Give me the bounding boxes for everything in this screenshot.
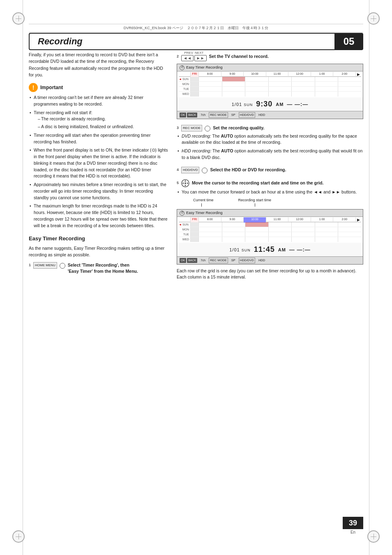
cell-3	[245, 77, 268, 81]
cells-wed-2	[190, 237, 361, 242]
footer-ok-cancel: OK BACK	[180, 113, 197, 118]
timer-date-1: 1/01 SUN	[232, 101, 253, 108]
col2-12: 12:00	[288, 217, 311, 223]
next-arrow-btn[interactable]: ►►	[194, 55, 207, 61]
cells-sun-1	[190, 77, 361, 81]
bullet-4: When the front panel display is set to O…	[30, 147, 168, 180]
step-1-button	[60, 263, 65, 269]
important-header: ! Important	[29, 83, 168, 92]
corner-top-right	[367, 12, 380, 25]
left-border-line	[23, 0, 23, 555]
step-4-button	[202, 168, 208, 173]
footer-recmode-2: REC MODE	[209, 258, 228, 263]
timer-grid-header-1: FRI 8:00 9:00 10:00 11:00 12:00 1:00 2:0…	[179, 72, 361, 77]
grid-row-sun-1: ◄SUN	[179, 77, 361, 82]
sub-bullet-1: The recorder is already recording.	[38, 116, 168, 122]
step-3-number: 3	[177, 125, 179, 131]
important-title: Important	[40, 84, 63, 91]
timer-ampm-1: AM	[276, 101, 284, 108]
ok-btn-2[interactable]: OK	[180, 258, 186, 263]
step-3-key: REC MODE	[181, 125, 202, 131]
chapter-number: 05	[334, 33, 363, 50]
right-border-line	[369, 0, 369, 555]
cancel-btn[interactable]: BACK	[187, 113, 197, 118]
svg-marker-2	[184, 185, 186, 187]
scroll-arrow-2[interactable]: ▶	[355, 217, 361, 223]
timer-header-2: ⏱ Easy Timer Recording	[177, 210, 363, 217]
bullet-6: The maximum length for timer recordings …	[30, 203, 168, 229]
col-9: 9:00	[221, 72, 244, 78]
scroll-arrow-1[interactable]: ▶	[355, 72, 361, 78]
cells-tue-2	[190, 232, 361, 237]
corner-bottom-left	[12, 530, 25, 543]
cells-mon-2	[190, 227, 361, 232]
timer-display-2: ⏱ Easy Timer Recording FRI 8:00 9:00 10:…	[177, 209, 363, 265]
timer-display-1: ⏱ Easy Timer Recording FRI 8:00 9:00 10:…	[177, 64, 363, 119]
bullet-5: Approximately two minutes before a timer…	[30, 182, 168, 201]
chapter-title-box: Recording	[29, 33, 334, 50]
cancel-btn-2[interactable]: BACK	[187, 258, 197, 263]
timer-time-2: 11:45	[254, 244, 275, 255]
diagram-area: Current time Recording start time	[177, 198, 363, 207]
step-4: 4 HDD/DVD Select the HDD or DVD for reco…	[177, 167, 363, 173]
col-fri: FRI	[190, 72, 198, 78]
start-arrow	[255, 203, 255, 207]
grid-row-sun-2: ◄SUN	[179, 222, 361, 227]
page-number-box: 39	[343, 517, 363, 529]
bullet-3: Timer recording will start when the oper…	[30, 132, 168, 145]
prev-arrow-btn[interactable]: ◄◄	[181, 55, 194, 61]
grid-row-mon-1: MON	[179, 82, 361, 87]
footer-hdd-dvd-2: HDD/DVD	[239, 258, 255, 263]
cell-6	[315, 77, 338, 81]
step-5-text: Move the cursor to the recording start d…	[192, 180, 323, 186]
timer-title-1: Easy Timer Recording	[186, 65, 223, 71]
label-mon-2: MON	[179, 228, 190, 232]
label-sun-1: ◄SUN	[179, 77, 190, 82]
easy-timer-intro: As the name suggests, Easy Timer Recordi…	[29, 245, 168, 258]
footer-ch-2: 7ch	[201, 258, 205, 263]
cells-sun-2	[190, 222, 361, 227]
diagram-start-label: Recording start time	[238, 198, 272, 207]
footer-hdd-dvd-1: HDD/DVD	[239, 112, 255, 117]
svg-marker-4	[187, 182, 189, 184]
left-column: Finally, if you set a timer recording to…	[29, 51, 168, 522]
step-2-number: 2	[177, 54, 179, 60]
timer-header-1: ⏱ Easy Timer Recording	[177, 64, 363, 72]
recording-start-label: Recording start time	[238, 198, 272, 202]
dpad-icon	[181, 179, 189, 187]
prev-next-labels: PREV NEXT ◄◄ ►►	[181, 51, 207, 61]
grid-row-mon-2: MON	[179, 227, 361, 232]
col2-1: 1:00	[311, 217, 333, 223]
step-3-hdd: HDD recording: The AUTO option automatic…	[178, 148, 363, 161]
col2-8: 8:00	[198, 217, 221, 223]
main-content: Finally, if you set a timer recording to…	[29, 51, 363, 522]
step-1-header: 1 HOME MENU Select 'Timer Recording', th…	[29, 262, 168, 274]
timer-clock-icon-1: ⏱	[180, 65, 184, 70]
col2-9: 9:00	[221, 217, 244, 223]
step-5-bullets: You can move the cursor forward or back …	[177, 189, 363, 196]
timer-footer-2: OK BACK 7ch REC MODE SP HDD/DVD HDD	[177, 256, 363, 264]
col2-2: 2:00	[333, 217, 355, 223]
diagram-labels: Current time Recording start time	[177, 198, 363, 207]
timer-ampm-2: AM	[278, 246, 286, 253]
next-label: NEXT	[195, 51, 203, 55]
step-3-text: Set the recording quality.	[213, 125, 264, 131]
important-list: A timer recording can't be set if there …	[29, 94, 168, 229]
important-box: ! Important A timer recording can't be s…	[29, 83, 168, 229]
step-4-header: 4 HDD/DVD Select the HDD or DVD for reco…	[177, 167, 363, 173]
ok-btn[interactable]: OK	[180, 113, 186, 118]
label-tue-2: TUE	[179, 233, 190, 237]
easy-timer-title: Easy Timer Recording	[29, 235, 168, 243]
label-wed-2: WED	[179, 237, 190, 242]
step-1: 1 HOME MENU Select 'Timer Recording', th…	[29, 262, 168, 274]
cells-mon-1	[190, 82, 361, 86]
timer-date-2: 1/01 SUN	[229, 246, 250, 253]
timer-dash-2: — —:—	[289, 246, 311, 254]
step-3-button	[205, 126, 210, 131]
sub-bullet-2: A disc is being initialized, finalized o…	[38, 124, 168, 130]
footer-paragraph: Each row of the grid is one day (you can…	[177, 268, 363, 281]
cell-7	[338, 77, 361, 81]
label-sun-2: ◄SUN	[179, 223, 190, 227]
timer-time-cols-1: FRI 8:00 9:00 10:00 11:00 12:00 1:00 2:0…	[190, 72, 361, 78]
footer-ch-1: 7ch	[201, 113, 205, 117]
